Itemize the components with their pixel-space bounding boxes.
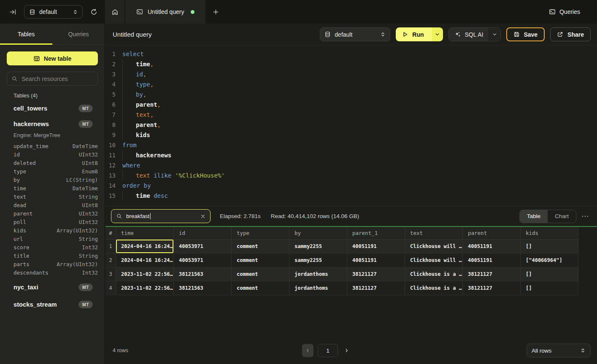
grid-cell[interactable]: 2024-04-16 16:24… (116, 253, 174, 267)
column-row[interactable]: parentUInt32 (0, 209, 105, 218)
grid-column-header[interactable]: by (289, 227, 347, 239)
grid-cell[interactable]: comment (232, 253, 289, 267)
queries-button[interactable]: Queries (549, 0, 597, 24)
grid-cell[interactable]: 40053971 (174, 240, 232, 253)
grid-cell[interactable]: 40051191 (347, 253, 405, 267)
play-icon (402, 31, 408, 38)
grid-cell[interactable]: 40051191 (463, 240, 521, 253)
results-search-input[interactable]: breakfast (111, 209, 211, 223)
sidebar-table-cell_towers[interactable]: cell_towersMT (0, 101, 105, 115)
grid-cell[interactable]: [] (521, 281, 578, 295)
grid-column-header[interactable]: id (174, 227, 232, 239)
row-number-cell[interactable]: 1 (105, 240, 116, 253)
view-table-button[interactable]: Table (520, 210, 548, 223)
grid-column-header[interactable]: time (116, 227, 174, 239)
sidebar-tab-tables[interactable]: Tables (0, 24, 52, 44)
grid-cell[interactable]: comment (232, 240, 289, 253)
column-row[interactable]: byLC(String) (0, 175, 105, 184)
row-number-cell[interactable]: 4 (105, 281, 116, 295)
grid-cell[interactable]: Clickhouse is a … (405, 267, 463, 281)
header-database-select[interactable]: default (320, 27, 390, 41)
column-row[interactable]: update_timeDateTime (0, 142, 105, 150)
new-tab-button[interactable] (205, 0, 226, 24)
grid-cell[interactable]: comment (232, 281, 289, 295)
row-number-cell[interactable]: 3 (105, 267, 116, 281)
column-row[interactable]: typeEnum8 (0, 167, 105, 175)
grid-column-header[interactable]: parent_1 (347, 227, 405, 239)
code-text: id, (122, 69, 146, 79)
column-row[interactable]: idUInt32 (0, 150, 105, 159)
grid-cell[interactable]: 40053971 (174, 253, 232, 267)
editor-line: 12where (105, 160, 597, 170)
sidebar-table-hackernews[interactable]: hackernewsMT (0, 117, 105, 131)
share-button[interactable]: Share (550, 27, 591, 41)
row-number-cell[interactable]: 2 (105, 253, 116, 267)
grid-cell[interactable]: 38121127 (347, 267, 405, 281)
grid-column-header[interactable]: type (232, 227, 289, 239)
sidebar-table-nyc_taxi[interactable]: nyc_taxiMT (0, 280, 105, 294)
results-menu-button[interactable]: ⋯ (581, 212, 589, 221)
grid-cell[interactable]: 40051191 (463, 253, 521, 267)
column-row[interactable]: titleString (0, 251, 105, 260)
sidebar-search-input[interactable]: Search resources (7, 72, 98, 86)
sidebar-tab-queries[interactable]: Queries (52, 24, 105, 44)
grid-cell[interactable]: jordanthoms (289, 281, 347, 295)
refresh-icon[interactable] (90, 8, 97, 16)
column-row[interactable]: scoreInt32 (0, 243, 105, 251)
grid-column-header[interactable]: text (405, 227, 463, 239)
column-row[interactable]: kidsArray(UInt32) (0, 226, 105, 235)
grid-cell[interactable]: sammy2255 (289, 240, 347, 253)
column-row[interactable]: partsArray(UInt32) (0, 260, 105, 268)
grid-cell[interactable]: comment (232, 267, 289, 281)
column-row[interactable]: deadUInt8 (0, 201, 105, 209)
view-chart-button[interactable]: Chart (548, 210, 576, 223)
database-icon (324, 31, 331, 38)
grid-cell[interactable]: 2024-04-16 16:24… (116, 240, 174, 253)
column-row[interactable]: textString (0, 192, 105, 201)
collapse-sidebar-icon[interactable] (9, 8, 16, 16)
grid-column-header[interactable]: parent (463, 227, 521, 239)
grid-cell[interactable]: ["40066964"] (521, 253, 578, 267)
grid-cell[interactable]: Clickhouse is a … (405, 281, 463, 295)
sql-editor[interactable]: 1select2time,3id,4type,5by,6parent,7text… (105, 46, 597, 206)
grid-column-header[interactable]: kids (521, 227, 578, 239)
grid-cell[interactable]: 38121563 (174, 281, 232, 295)
run-button[interactable]: Run (396, 27, 432, 41)
run-options-button[interactable] (432, 27, 443, 41)
grid-cell[interactable]: 38121127 (347, 281, 405, 295)
grid-cell[interactable]: [] (521, 267, 578, 281)
column-row[interactable]: deletedUInt8 (0, 159, 105, 167)
grid-cell[interactable]: 2023-11-02 22:56… (116, 267, 174, 281)
column-row[interactable]: timeDateTime (0, 184, 105, 192)
next-page-button[interactable] (344, 348, 349, 353)
sidebar-table-stocks_stream[interactable]: stocks_streamMT (0, 297, 105, 311)
grid-cell[interactable]: jordanthoms (289, 267, 347, 281)
grid-cell[interactable]: Clickhouse will … (405, 253, 463, 267)
new-table-button[interactable]: New table (7, 51, 98, 65)
sql-ai-button[interactable]: SQL AI (449, 28, 489, 41)
topbar-database-select[interactable]: default (24, 5, 83, 19)
grid-column-header[interactable]: # (105, 227, 116, 239)
column-type: Array(UInt32) (57, 261, 98, 267)
grid-cell[interactable]: 2023-11-02 22:56… (116, 281, 174, 295)
page-number-input[interactable]: 1 (318, 344, 338, 357)
column-row[interactable]: descendantsInt32 (0, 268, 105, 277)
grid-cell[interactable]: [] (521, 240, 578, 253)
clear-search-icon[interactable] (200, 214, 205, 219)
column-type: UInt8 (82, 202, 98, 208)
grid-cell[interactable]: Clickhouse will … (405, 240, 463, 253)
grid-cell[interactable]: 38121563 (174, 267, 232, 281)
prev-page-button[interactable] (302, 344, 313, 357)
column-row[interactable]: pollUInt32 (0, 218, 105, 226)
page-size-select[interactable]: All rows (527, 344, 591, 358)
column-row[interactable]: urlString (0, 235, 105, 243)
tab-untitled-query[interactable]: Untitled query (125, 0, 205, 24)
grid-cell[interactable]: 40051191 (347, 240, 405, 253)
code-text: order by (122, 181, 151, 191)
grid-cell[interactable]: 38121127 (463, 267, 521, 281)
sql-ai-options-button[interactable] (489, 28, 500, 41)
grid-cell[interactable]: sammy2255 (289, 253, 347, 267)
save-button[interactable]: Save (506, 27, 545, 41)
home-tab[interactable] (105, 0, 124, 24)
grid-cell[interactable]: 38121127 (463, 281, 521, 295)
